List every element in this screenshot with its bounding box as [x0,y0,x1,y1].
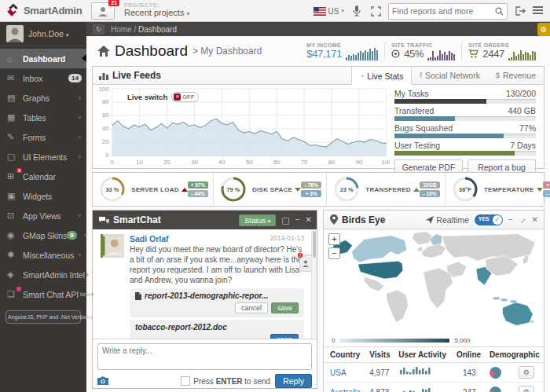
online-value: 143 [450,363,483,383]
search-icon[interactable] [495,7,504,16]
map-region-australia[interactable] [503,302,534,326]
map-region-africa[interactable] [424,268,453,308]
refresh-button[interactable]: ↻ [93,24,104,35]
cancel-button[interactable]: cancel [235,302,268,313]
logout-button[interactable] [514,5,526,17]
sidebar-item-forms[interactable]: ✎Forms+ [0,127,86,147]
tab-revenue[interactable]: $Revenue [488,67,544,84]
home-icon [97,46,110,57]
search-input[interactable] [392,6,495,16]
header-stat-my-income: MY INCOME$47,171 [300,42,384,60]
expand-plus-icon[interactable]: + [78,114,82,122]
map-zoom-in-button[interactable]: + [328,233,340,245]
file-icon [135,292,141,300]
demo-settings-button[interactable]: ⚙ [537,23,550,36]
chat-scrollbar[interactable] [311,229,317,340]
undock-icon[interactable]: ▢ [281,216,289,225]
map-region-mexico[interactable] [364,277,384,291]
quick-stat-temperature: 36°FTEMPERATURE+ 124- 40 F [445,173,550,206]
sidebar-item-smartadmin-intel[interactable]: ◈SmartAdmin Intel+ [0,265,86,284]
header-stat-site-traffic: SITE TRAFFIC45% [384,42,461,60]
camera-button[interactable] [97,376,108,387]
expand-plus-icon[interactable]: + [90,291,94,299]
avatar [6,25,24,42]
minimize-icon[interactable]: − [295,216,300,224]
page-header: Dashboard > My Dashboard MY INCOME$47,17… [86,36,550,66]
live-feeds-title: Live Feeds [112,70,161,81]
minimize-icon[interactable]: − [508,216,513,224]
status-dropdown-button[interactable]: Status ▾ [239,214,276,226]
map-region-europe[interactable] [422,244,446,258]
close-icon[interactable]: ✕ [532,216,538,224]
map-region-south-america[interactable] [386,290,409,323]
legend-min: 0 [332,337,335,344]
menu-toggle-button[interactable] [533,5,545,17]
sidebar-item-graphs[interactable]: ▤Graphs+ [0,88,86,108]
expand-plus-icon[interactable]: + [78,153,82,161]
sidebar-item-widgets[interactable]: ▣Widgets [0,186,86,206]
reply-input[interactable] [97,343,312,370]
map-region-canada[interactable] [352,236,407,263]
chat-users-tab[interactable]: ! [299,255,311,272]
live-switch-toggle[interactable]: ✕ OFF [171,92,199,102]
gauge: 79 % [220,176,247,203]
send-icon [426,216,434,224]
fullscreen-button[interactable] [369,5,382,17]
svg-text:80: 80 [102,99,109,106]
sidebar-item-gmap-skins[interactable]: ◉GMap Skins9+ [0,225,86,245]
chat-reply-area: Press ENTER to send Reply [93,339,317,388]
expand-icon[interactable]: ↔ [517,214,528,225]
svg-text:40: 40 [102,126,109,133]
search-box [388,3,508,20]
sidebar-item-inbox[interactable]: ✉Inbox14 [0,68,86,88]
row-settings-button[interactable]: ⚙ [519,386,534,392]
expand-plus-icon[interactable]: + [78,212,82,220]
svg-text:20: 20 [163,159,170,166]
avatar [101,234,124,258]
tab-social-network[interactable]: fSocial Network [412,67,488,84]
expand-plus-icon[interactable]: + [78,94,82,102]
map-region-russia[interactable] [442,234,535,262]
sparkline [427,48,455,60]
reply-button[interactable]: Reply [275,374,312,388]
ui-elements-icon: ▢ [7,152,20,162]
map-region-usa[interactable] [358,261,403,279]
header-stat-value: 45% [404,48,424,60]
sidebar-item-app-views[interactable]: ⊡App Views+ [0,206,86,225]
map-region-uk[interactable] [417,246,424,251]
sidebar-item-miscellaneous[interactable]: ✱Miscellaneous+ [0,245,86,265]
expand-plus-icon[interactable]: + [78,134,82,141]
map-region-greenland[interactable] [412,232,433,245]
realtime-toggle[interactable]: YES ✓ [475,214,503,225]
tab-live-stats[interactable]: ◔Live Stats [351,67,412,85]
message-sender[interactable]: Sadi Orlaf [130,234,169,244]
projects-dropdown[interactable]: PROJECTS: Recent projects ▾ [124,2,190,17]
sidebar-item-ui-elements[interactable]: ▢UI Elements+ [0,147,86,167]
world-map[interactable]: + − [324,229,544,334]
app-logo[interactable]: SmartAdmin [6,4,82,17]
sidebar-item-dashboard[interactable]: ⌂Dashboard [0,49,86,68]
sidebar-item-tables[interactable]: ▦Tables+ [0,108,86,127]
row-settings-button[interactable]: ⚙ [519,366,534,379]
voice-command-button[interactable] [350,5,363,17]
expand-plus-icon[interactable]: + [83,232,87,240]
country-link[interactable]: Australia [330,388,361,392]
enter-hint: Press ENTER to send [193,377,270,386]
close-icon[interactable]: ✕ [306,216,312,224]
language-selector[interactable]: US ▾ [314,7,344,16]
map-zoom-out-button[interactable]: − [328,247,340,259]
user-menu[interactable]: John.Doe ▾ [0,22,86,46]
versions-button[interactable]: AngularJS, PHP and .Net Versions [6,310,81,324]
expand-plus-icon[interactable]: + [78,251,82,259]
activity-button[interactable]: 21 [91,2,115,20]
map-legend: 0 5,000 [324,334,544,346]
sidebar-item-smart-chat-api[interactable]: ❏Smart Chat APIbeta+ [0,284,86,304]
save-button[interactable]: save [271,302,299,313]
country-link[interactable]: USA [330,368,346,377]
column-header-user-activity: User Activity [392,347,450,363]
breadcrumb[interactable]: Home / Dashboard [111,25,177,34]
enter-to-send-checkbox[interactable] [181,376,190,386]
expand-plus-icon[interactable]: + [85,271,89,279]
sidebar-item-calendar[interactable]: ⊞3Calendar [0,167,86,186]
live-feeds-widget: Live Feeds ◔Live StatsfSocial Network$Re… [92,66,544,169]
